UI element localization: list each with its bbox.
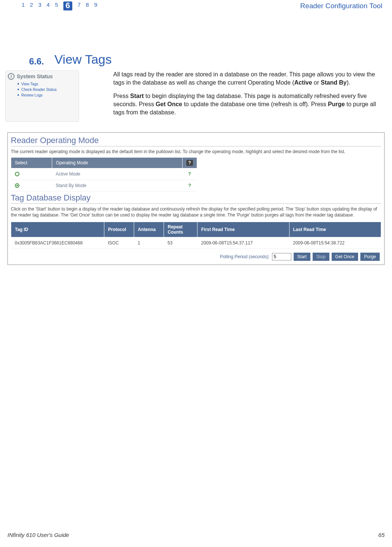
chapter-1[interactable]: 1: [22, 1, 25, 10]
cell-first-read: 2009-06-08T15:54:37.117: [197, 237, 290, 249]
chapter-3[interactable]: 3: [38, 1, 41, 10]
mode-label-active: Active Mode: [52, 168, 183, 180]
mode-label-standby: Stand By Mode: [52, 180, 183, 191]
radio-standby-mode[interactable]: [15, 183, 19, 188]
col-tag-id: Tag ID: [11, 222, 104, 237]
chapter-5[interactable]: 5: [55, 1, 58, 10]
col-antenna: Antenna: [134, 222, 164, 237]
system-status-link-check-status[interactable]: Check Reader Status: [21, 87, 76, 92]
intro-text: All tags read by the reader are stored i…: [87, 70, 385, 122]
system-status-panel: i System Status View Tags Check Reader S…: [5, 70, 79, 122]
operating-mode-description: The current reader operating mode is dis…: [11, 149, 381, 155]
col-repeat-counts: Repeat Counts: [164, 222, 197, 237]
help-icon[interactable]: ?: [186, 160, 193, 166]
polling-period-input[interactable]: [272, 253, 291, 260]
chapter-nav: 1 2 3 4 5 6 7 8 9: [7, 1, 97, 10]
cell-protocol: ISOC: [104, 237, 134, 249]
chapter-9[interactable]: 9: [94, 1, 97, 10]
section-title: View Tags: [54, 52, 112, 67]
info-icon: i: [8, 73, 15, 80]
row-help-active[interactable]: ?: [183, 168, 197, 180]
get-once-button[interactable]: Get Once: [332, 253, 358, 261]
start-button[interactable]: Start: [294, 253, 310, 261]
stop-button[interactable]: Stop: [313, 253, 329, 261]
tag-row: 0x3005FB63AC1F3681EC880468 ISOC 1 53 200…: [11, 237, 381, 249]
col-first-read-time: First Read Time: [197, 222, 290, 237]
chapter-2[interactable]: 2: [30, 1, 33, 10]
tag-database-table: Tag ID Protocol Antenna Repeat Counts Fi…: [11, 222, 381, 249]
chapter-7[interactable]: 7: [78, 1, 80, 10]
polling-period-label: Polling Period (seconds):: [220, 254, 269, 259]
footer-page-number: 65: [378, 532, 385, 538]
cell-tag-id: 0x3005FB63AC1F3681EC880468: [11, 237, 104, 249]
cell-repeat: 53: [164, 237, 197, 249]
col-select: Select: [11, 157, 52, 168]
operating-mode-table: Select Operating Mode ? Active Mode ? St…: [11, 157, 197, 192]
mode-row-active: Active Mode ?: [11, 168, 197, 180]
system-status-title: System Status: [17, 73, 53, 79]
operating-mode-heading: Reader Operating Mode: [11, 136, 381, 146]
radio-active-mode[interactable]: [15, 172, 19, 176]
row-help-standby[interactable]: ?: [183, 180, 197, 191]
col-last-read-time: Last Read Time: [289, 222, 381, 237]
tag-db-controls: Polling Period (seconds): Start Stop Get…: [11, 253, 381, 261]
chapter-6-current[interactable]: 6: [63, 1, 72, 10]
chapter-8[interactable]: 8: [86, 1, 89, 10]
col-protocol: Protocol: [104, 222, 134, 237]
footer-document-title: INfinity 610 User's Guide: [7, 532, 69, 538]
tag-db-heading: Tag Database Display: [11, 193, 381, 204]
cell-last-read: 2009-06-08T15:54:38.722: [289, 237, 381, 249]
reader-ui-panel: Reader Operating Mode The current reader…: [7, 132, 385, 265]
system-status-link-view-tags[interactable]: View Tags: [21, 81, 76, 87]
mode-row-standby: Stand By Mode ?: [11, 180, 197, 191]
col-operating-mode: Operating Mode: [52, 157, 183, 168]
system-status-link-review-logs[interactable]: Review Logs: [21, 92, 76, 98]
chapter-4[interactable]: 4: [47, 1, 50, 10]
col-help[interactable]: ?: [183, 157, 197, 168]
section-number: 6.6.: [29, 56, 44, 67]
tag-db-description: Click on the 'Start' button to begin a d…: [11, 206, 381, 218]
purge-button[interactable]: Purge: [360, 253, 380, 261]
header-chapter-title: Reader Configuration Tool: [300, 2, 385, 10]
cell-antenna: 1: [134, 237, 164, 249]
